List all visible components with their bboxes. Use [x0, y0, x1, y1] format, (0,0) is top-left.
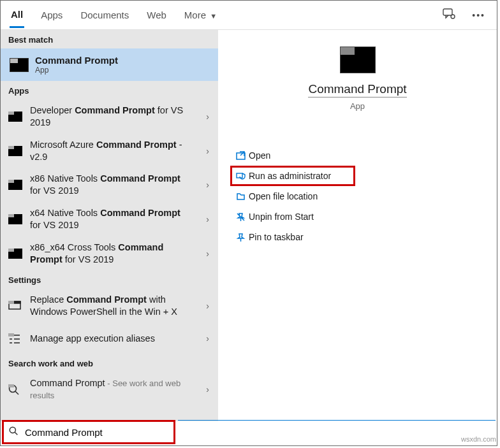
- chevron-right-icon[interactable]: ›: [206, 333, 209, 343]
- result-label: x64 Native Tools Command Prompt for VS 2…: [30, 207, 210, 231]
- action-label: Unpin from Start: [249, 212, 314, 222]
- cmd-icon: [340, 47, 376, 73]
- result-label: x86_x64 Cross Tools Command Prompt for V…: [30, 242, 210, 266]
- action-open[interactable]: Open: [232, 145, 497, 166]
- watermark: wsxdn.com: [461, 435, 496, 443]
- tab-apps[interactable]: Apps: [40, 3, 64, 27]
- preview-type: App: [350, 101, 365, 111]
- filter-tabs: All Apps Documents Web More ▼ •••: [1, 1, 497, 30]
- chevron-right-icon[interactable]: ›: [206, 301, 209, 311]
- section-work-web: Search work and web: [1, 354, 218, 372]
- open-icon: [232, 151, 249, 161]
- section-apps: Apps: [1, 81, 218, 99]
- chevron-down-icon: ▼: [210, 12, 217, 20]
- svg-rect-5: [237, 153, 245, 159]
- svg-rect-0: [443, 9, 452, 15]
- feedback-icon[interactable]: [443, 8, 455, 22]
- setting-result[interactable]: Manage app execution aliases ›: [1, 323, 218, 354]
- preview-title[interactable]: Command Prompt: [308, 82, 406, 98]
- chevron-right-icon[interactable]: ›: [206, 384, 209, 394]
- cmd-icon: [8, 214, 22, 224]
- action-label: Open: [249, 150, 270, 161]
- action-open-location[interactable]: Open file location: [232, 186, 497, 206]
- result-label: Microsoft Azure Command Prompt - v2.9: [30, 139, 210, 163]
- more-icon[interactable]: •••: [472, 10, 485, 20]
- action-unpin-start[interactable]: Unpin from Start: [232, 206, 497, 227]
- best-match-subtitle: App: [35, 66, 118, 75]
- tab-all[interactable]: All: [10, 3, 24, 28]
- action-label: Open file location: [249, 191, 318, 201]
- app-result[interactable]: x86 Native Tools Command Prompt for VS 2…: [1, 168, 218, 202]
- result-label: x86 Native Tools Command Prompt for VS 2…: [30, 173, 210, 197]
- cmd-icon: [8, 249, 22, 259]
- section-settings: Settings: [1, 270, 218, 289]
- divider: [178, 420, 496, 444]
- console-icon: [8, 301, 22, 311]
- result-label: Manage app execution aliases: [30, 333, 210, 345]
- search-icon: [9, 426, 18, 438]
- search-box[interactable]: [2, 420, 175, 444]
- section-best-match: Best match: [1, 30, 218, 48]
- chevron-right-icon[interactable]: ›: [206, 146, 209, 156]
- chevron-right-icon[interactable]: ›: [206, 249, 209, 259]
- result-label: Replace Command Prompt with Windows Powe…: [30, 294, 210, 318]
- best-match-item[interactable]: Command Prompt App: [1, 48, 218, 81]
- svg-point-1: [451, 15, 455, 18]
- setting-result[interactable]: Replace Command Prompt with Windows Powe…: [1, 289, 218, 323]
- chevron-right-icon[interactable]: ›: [206, 214, 209, 224]
- result-label: Command Prompt - See work and web result…: [30, 377, 210, 401]
- search-input[interactable]: [25, 427, 168, 438]
- pin-icon: [232, 233, 249, 242]
- alias-icon: [8, 333, 22, 343]
- app-result[interactable]: x64 Native Tools Command Prompt for VS 2…: [1, 202, 218, 236]
- shield-icon: [232, 171, 249, 181]
- action-label: Run as administrator: [249, 171, 331, 181]
- chevron-right-icon[interactable]: ›: [206, 180, 209, 190]
- unpin-icon: [232, 212, 249, 222]
- folder-icon: [232, 192, 249, 201]
- results-panel: Best match Command Prompt App Apps Devel…: [1, 30, 218, 421]
- action-pin-taskbar[interactable]: Pin to taskbar: [232, 227, 497, 247]
- web-result[interactable]: Command Prompt - See work and web result…: [1, 372, 218, 407]
- svg-point-7: [10, 427, 15, 433]
- best-match-title: Command Prompt: [35, 55, 118, 66]
- svg-point-4: [10, 386, 17, 393]
- tab-web[interactable]: Web: [145, 3, 168, 27]
- tab-documents[interactable]: Documents: [79, 3, 130, 27]
- cmd-icon: [10, 58, 29, 72]
- cmd-icon: [8, 180, 22, 190]
- cmd-icon: [8, 112, 22, 122]
- app-result[interactable]: Microsoft Azure Command Prompt - v2.9 ›: [1, 134, 218, 168]
- preview-panel: Command Prompt App Open Run as administr…: [218, 30, 497, 421]
- search-icon: [8, 384, 22, 394]
- app-result[interactable]: x86_x64 Cross Tools Command Prompt for V…: [1, 236, 218, 271]
- app-result[interactable]: Developer Command Prompt for VS 2019 ›: [1, 99, 218, 134]
- chevron-right-icon[interactable]: ›: [206, 112, 209, 122]
- cmd-icon: [8, 146, 22, 156]
- tab-more[interactable]: More ▼: [183, 3, 218, 27]
- result-label: Developer Command Prompt for VS 2019: [30, 105, 210, 129]
- action-label: Pin to taskbar: [249, 232, 304, 242]
- svg-rect-3: [9, 301, 20, 303]
- action-run-as-admin[interactable]: Run as administrator: [230, 166, 355, 186]
